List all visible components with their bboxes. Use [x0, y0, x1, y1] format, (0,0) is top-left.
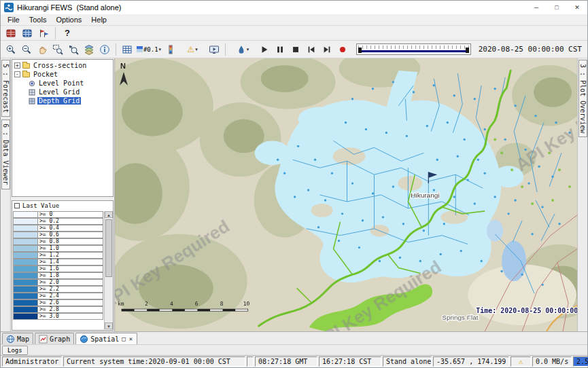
chevron-down-icon: ▾ — [247, 47, 249, 52]
logs-button[interactable]: Logs — [2, 346, 28, 355]
legend-row-label: >= 0.4 — [37, 225, 103, 232]
collapse-icon[interactable]: - — [14, 71, 20, 77]
tab-spatial[interactable]: Spatial □ ✕ — [75, 333, 137, 344]
timeline-start-handle[interactable] — [358, 48, 362, 53]
zoom-in-icon — [5, 44, 16, 55]
toolbar-separator — [55, 27, 56, 39]
legend-color-swatch — [13, 252, 37, 259]
toolbar-separator — [116, 43, 116, 56]
legend-row[interactable]: >= 0.2 — [13, 218, 103, 225]
close-button[interactable]: ✕ — [567, 1, 587, 14]
tree-item-pocket[interactable]: - Pocket — [12, 70, 113, 79]
grid-display-button[interactable] — [20, 26, 35, 40]
database-display-button[interactable] — [3, 26, 18, 40]
app-icon — [4, 3, 14, 12]
panel-close-button[interactable]: ✕ — [128, 336, 133, 342]
zoom-out-button[interactable] — [19, 43, 34, 56]
legend-row[interactable]: >= 3.0 — [13, 313, 103, 320]
status-mode: Stand alone — [383, 356, 432, 367]
scale-tick-label: 2 — [145, 301, 148, 307]
legend-row[interactable]: >= 2.2 — [13, 286, 103, 293]
tab-graph[interactable]: Graph — [35, 333, 74, 344]
tab-spatial-label: Spatial — [90, 335, 119, 343]
legend-row[interactable]: >= 2.8 — [13, 306, 103, 313]
legend-row[interactable]: >= 0.6 — [13, 232, 103, 238]
stop-button[interactable] — [288, 43, 303, 56]
profile-button[interactable] — [163, 43, 178, 56]
menu-help[interactable]: Help — [86, 15, 111, 24]
status-coordinates: -35.657 , 174.199 — [433, 356, 509, 367]
scrollbar-track[interactable] — [105, 218, 113, 323]
animation-speed-dropdown[interactable]: ▾ — [229, 43, 256, 56]
tree-item-depth-grid[interactable]: Depth Grid — [12, 96, 113, 105]
tab-forecast[interactable]: 5 : Forecast — [1, 60, 10, 117]
legend-row[interactable]: >= 1.0 — [13, 245, 103, 252]
warnings-dropdown[interactable]: ⚠ ▾ — [179, 43, 206, 56]
zoom-previous-button[interactable] — [66, 43, 81, 56]
status-bar: Administrator Current system time:2020-0… — [1, 355, 587, 367]
info-button[interactable] — [97, 43, 112, 56]
pan-button[interactable] — [35, 43, 50, 56]
scale-unit-label: km — [118, 301, 124, 307]
zoom-extent-button[interactable] — [50, 43, 65, 56]
last-value-checkbox[interactable] — [14, 203, 20, 208]
skip-to-start-button[interactable] — [304, 43, 319, 56]
expand-icon[interactable]: + — [14, 62, 20, 69]
legend-row[interactable]: >= 2.4 — [13, 293, 103, 299]
status-warning-cell[interactable]: ⚠ — [511, 356, 531, 367]
grid-overlay-button[interactable] — [120, 43, 135, 56]
title-bar: Hikurangi FEWS (Stand alone) ─ □ ✕ — [1, 1, 587, 14]
contour-classes-dropdown[interactable]: #0.1 ▾ — [135, 43, 162, 56]
legend-row-label: >= 1.6 — [37, 265, 103, 272]
legend-row[interactable]: >= 1.6 — [13, 265, 103, 272]
status-local-time: 16:27:18 CST — [319, 356, 381, 367]
timeline-end-handle[interactable] — [466, 48, 469, 53]
legend-row[interactable]: >= 2.6 — [13, 299, 103, 306]
legend-color-swatch — [13, 306, 37, 313]
animation-display-button[interactable] — [207, 43, 222, 56]
legend-row[interactable]: >= 1.2 — [13, 252, 103, 259]
play-button[interactable] — [257, 43, 272, 56]
legend-row[interactable]: >= 0.4 — [13, 225, 103, 232]
legend-row-label: >= 2.6 — [37, 299, 103, 306]
legend-row[interactable]: >= 1.8 — [13, 272, 103, 279]
tree-item-level-point[interactable]: Level Point — [12, 79, 113, 88]
tab-data-viewer[interactable]: 6 : Data Viewer — [1, 119, 10, 189]
menu-options[interactable]: Options — [51, 15, 86, 24]
record-icon — [338, 45, 347, 54]
tab-plot-overview[interactable]: 3 : Plot Overview — [578, 60, 587, 137]
legend-row[interactable]: >= 0 — [13, 211, 103, 218]
pause-button[interactable] — [273, 43, 288, 56]
area-label: Springs Flat — [442, 314, 478, 321]
zoom-in-button[interactable] — [3, 43, 18, 56]
map-svg: API Key Required API Key Required API Ke… — [115, 58, 577, 331]
legend-row[interactable]: >= 1.4 — [13, 259, 103, 265]
timeline-slider[interactable] — [356, 43, 471, 55]
map-toolbar: #0.1 ▾ ⚠ ▾ — [1, 41, 587, 58]
record-button[interactable] — [335, 43, 350, 56]
layers-button[interactable] — [82, 43, 97, 56]
panel-maximize-button[interactable]: □ — [121, 336, 126, 342]
menu-file[interactable]: File — [3, 15, 24, 24]
legend-row[interactable]: >= 2.0 — [13, 279, 103, 286]
tree-item-level-grid[interactable]: Level Grid — [12, 88, 113, 96]
legend-row[interactable]: >= 0.8 — [13, 238, 103, 245]
tab-graph-label: Graph — [50, 335, 70, 343]
map-view[interactable]: API Key Required API Key Required API Ke… — [115, 58, 577, 331]
spatial-display-button[interactable] — [36, 26, 51, 40]
tree-item-cross-section[interactable]: + Cross-section — [12, 61, 113, 70]
scrollbar-thumb[interactable] — [105, 219, 112, 277]
help-button[interactable]: ? — [60, 26, 75, 40]
legend-row-label: >= 1.8 — [37, 272, 103, 279]
skip-to-end-button[interactable] — [319, 43, 334, 56]
menu-tools[interactable]: Tools — [24, 15, 52, 24]
scroll-up-icon[interactable]: ▲ — [105, 211, 113, 218]
maximize-button[interactable]: □ — [547, 1, 567, 14]
legend-scrollbar[interactable]: ▲ ▼ — [104, 211, 113, 329]
legend-color-swatch — [13, 225, 37, 232]
minimize-button[interactable]: ─ — [526, 1, 547, 14]
scroll-down-icon[interactable]: ▼ — [105, 323, 113, 329]
chevron-down-icon: ▾ — [195, 47, 198, 52]
tree-item-label: Pocket — [32, 71, 59, 78]
tab-map[interactable]: Map — [2, 333, 33, 344]
